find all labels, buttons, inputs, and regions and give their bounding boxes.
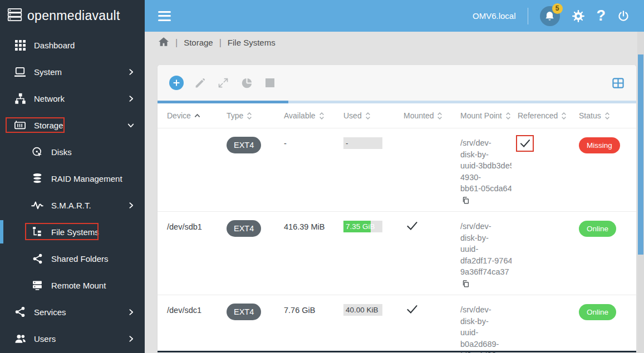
sort-icon	[247, 112, 252, 120]
hostname: OMV6.local	[473, 11, 516, 21]
sort-icon	[437, 112, 443, 120]
column-header-device[interactable]: Device	[167, 111, 227, 120]
available-cell: -	[284, 128, 343, 148]
sidebar-item-label: RAID Management	[51, 174, 122, 183]
sidebar-item-services[interactable]: Services	[0, 299, 145, 325]
sidebar-item-label: Users	[34, 334, 56, 344]
sort-icon	[319, 112, 325, 120]
column-header-mounted[interactable]: Mounted	[404, 111, 460, 120]
chevron-right-icon	[127, 335, 135, 342]
sort-icon	[604, 112, 610, 120]
mount-point-cell: /srv/dev- disk-by- uuid- b0a2d689- fd9c-…	[460, 295, 512, 353]
settings-button[interactable]	[572, 9, 585, 23]
openmediavault-logo-icon	[7, 7, 22, 24]
expand-arrows-icon	[218, 77, 229, 88]
menu-icon[interactable]	[158, 11, 171, 21]
chevron-down-icon	[127, 122, 135, 129]
users-icon	[13, 334, 27, 344]
help-button[interactable]: ?	[597, 8, 606, 23]
network-icon	[13, 93, 27, 105]
add-button[interactable]	[169, 76, 184, 90]
sidebar-item-shared-folders[interactable]: Shared Folders	[0, 245, 145, 272]
sidebar-item-disks[interactable]: Disks	[0, 138, 145, 165]
copy-icon[interactable]	[462, 196, 469, 205]
sidebar-item-remote-mount[interactable]: Remote Mount	[0, 272, 145, 299]
resize-button[interactable]	[216, 76, 230, 90]
app-title: openmediavault	[27, 8, 120, 23]
referenced-cell	[518, 295, 579, 302]
sidebar-nav: Dashboard System Network	[0, 32, 145, 352]
used-label: -	[346, 139, 348, 147]
available-cell: 416.39 MiB	[284, 212, 343, 231]
mounted-cell	[404, 128, 460, 138]
column-header-status[interactable]: Status	[579, 111, 636, 120]
system-icon	[13, 67, 27, 77]
mount-point-cell: /srv/dev- disk-by- uuid- dfa2df17-9764 9…	[460, 212, 512, 291]
used-label: 40.00 KiB	[346, 306, 378, 314]
table-row[interactable]: /dev/sdb1 EXT4 416.39 MiB 7.35 GiB /srv/…	[158, 211, 636, 295]
services-icon	[13, 306, 27, 317]
sidebar-item-storage[interactable]: Storage	[0, 112, 145, 138]
sidebar-item-raid-management[interactable]: RAID Management	[0, 165, 145, 192]
power-icon	[617, 10, 630, 22]
stop-square-icon	[266, 78, 274, 87]
table-row[interactable]: EXT4 - - /srv/dev- disk-by- uuid-3bdb3de…	[158, 128, 636, 211]
quota-button[interactable]	[239, 76, 254, 90]
home-icon[interactable]	[158, 37, 169, 48]
sidebar-item-label: Network	[34, 94, 65, 103]
column-header-used[interactable]: Used	[343, 111, 404, 120]
sidebar-item-users[interactable]: Users	[0, 325, 145, 352]
sort-asc-icon	[194, 113, 200, 118]
chevron-right-icon	[127, 68, 135, 76]
used-label: 7.35 GiB	[346, 222, 375, 231]
type-badge: EXT4	[227, 137, 261, 153]
device-cell	[167, 128, 227, 139]
sidebar-item-label: S.M.A.R.T.	[51, 201, 91, 210]
mounted-cell	[404, 212, 460, 232]
breadcrumb-file-systems[interactable]: File Systems	[228, 38, 276, 47]
breadcrumb-storage[interactable]: Storage	[184, 38, 213, 47]
scrollbar-thumb[interactable]	[638, 54, 643, 255]
unmount-button[interactable]	[263, 76, 277, 90]
referenced-cell	[518, 212, 579, 218]
mount-point-cell: /srv/dev- disk-by- uuid-3bdb3de5 4930- b…	[460, 128, 512, 208]
device-cell: /dev/sdb1	[167, 212, 227, 231]
disks-icon	[31, 146, 44, 157]
app-logo[interactable]: openmediavault	[0, 0, 145, 32]
column-header-available[interactable]: Available	[284, 111, 343, 120]
scrollbar[interactable]	[637, 32, 644, 353]
breadcrumb-separator: |	[219, 38, 222, 48]
chevron-right-icon	[127, 202, 135, 209]
column-settings-button[interactable]	[611, 76, 625, 90]
pencil-icon	[194, 77, 206, 89]
sidebar-item-label: Disks	[51, 147, 72, 157]
sidebar-item-system[interactable]: System	[0, 58, 145, 85]
table-header-row: Device Type Available Used Mounted Mount…	[158, 103, 636, 128]
column-header-type[interactable]: Type	[227, 111, 284, 120]
power-button[interactable]	[617, 10, 630, 22]
copy-icon[interactable]	[462, 280, 469, 288]
chevron-right-icon	[127, 95, 135, 102]
sidebar-item-smart[interactable]: S.M.A.R.T.	[0, 192, 145, 218]
sidebar-item-label: System	[34, 67, 62, 77]
chevron-right-icon	[127, 309, 135, 316]
edit-button[interactable]	[193, 76, 207, 90]
type-badge: EXT4	[227, 304, 261, 320]
sidebar-item-network[interactable]: Network	[0, 85, 145, 112]
topbar-divider	[528, 8, 528, 24]
sort-icon	[365, 112, 371, 120]
column-header-referenced[interactable]: Referenced	[518, 111, 579, 120]
status-badge: Online	[579, 304, 616, 320]
notification-badge: 5	[552, 3, 563, 14]
sort-icon	[505, 112, 511, 120]
notifications-button[interactable]: 5	[540, 6, 560, 26]
storage-icon	[13, 120, 27, 131]
sidebar-item-label: Dashboard	[34, 41, 75, 50]
column-header-mount-point[interactable]: Mount Point	[460, 111, 518, 120]
sidebar: openmediavault Dashboard System	[0, 0, 145, 353]
device-cell: /dev/sdc1	[167, 295, 227, 315]
table-row[interactable]: /dev/sdc1 EXT4 7.76 GiB 40.00 KiB /srv/d…	[158, 295, 636, 353]
sidebar-item-file-systems[interactable]: File Systems	[0, 218, 145, 245]
sidebar-item-dashboard[interactable]: Dashboard	[0, 32, 145, 58]
used-bar: 40.00 KiB	[343, 304, 382, 316]
